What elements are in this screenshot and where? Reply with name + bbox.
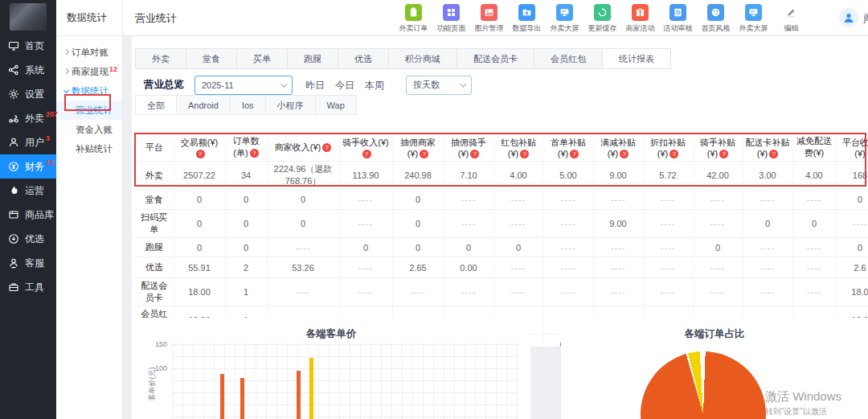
table-row: 扫码买单000----0------------9.00--------00--… bbox=[135, 210, 868, 238]
sidebar-item-support[interactable]: 客服 bbox=[0, 251, 56, 275]
value-cell: 0 bbox=[174, 238, 225, 257]
sidebar-item-tools[interactable]: 工具 bbox=[0, 275, 56, 299]
value-cell: 18.00 bbox=[174, 278, 225, 306]
sidebar-item-system[interactable]: 系统 bbox=[0, 58, 56, 82]
help-icon[interactable]: ? bbox=[769, 150, 778, 158]
value-cell: ---- bbox=[743, 238, 792, 257]
granularity-select[interactable]: 按天数 bbox=[406, 76, 472, 95]
submenu-item-merchant-withdrawal[interactable]: 商家提现12 bbox=[56, 62, 122, 81]
submenu-item-subsidy-statistics[interactable]: 补贴统计 bbox=[56, 139, 122, 158]
quick-action-feature-pages[interactable]: 功能页面 bbox=[432, 4, 470, 34]
stats-table-wrap: 平台交易额(¥)?订单数(单)?商家收入(¥)?骑手收入(¥)?抽佣商家(¥)?… bbox=[135, 133, 868, 347]
table-row: 堂食000----0------------------------------… bbox=[135, 190, 868, 210]
quick-action-data-export[interactable]: 数据导出 bbox=[508, 4, 546, 34]
tab-paotui[interactable]: 跑腿 bbox=[287, 48, 338, 69]
value-cell: ---- bbox=[743, 278, 792, 306]
table-row: 优选55.91253.26----2.650.00---------------… bbox=[135, 257, 868, 278]
value-cell: ---- bbox=[444, 210, 493, 238]
sidebar-item-products[interactable]: 商品库 bbox=[0, 203, 56, 227]
help-icon[interactable]: ? bbox=[362, 150, 371, 158]
sidebar-item-label: 工具 bbox=[25, 281, 44, 294]
quick-action-image-management[interactable]: 图片管理 bbox=[470, 4, 508, 34]
value-cell: ---- bbox=[792, 190, 836, 210]
range-link-today[interactable]: 今日 bbox=[335, 80, 354, 91]
quick-action-takeout-orders[interactable]: 外卖订单 bbox=[395, 4, 432, 34]
submenu-item-data-statistics[interactable]: 数据统计 bbox=[56, 81, 122, 101]
submenu-item-business-statistics[interactable]: 营业统计 bbox=[56, 101, 122, 120]
sidebar-item-users[interactable]: 用户3 bbox=[0, 130, 56, 154]
tab-waimai[interactable]: 外卖 bbox=[135, 48, 186, 69]
bar bbox=[309, 358, 313, 419]
app-logo[interactable] bbox=[0, 0, 56, 34]
column-header: 红包补贴(¥)? bbox=[493, 134, 543, 162]
range-link-yesterday[interactable]: 昨日 bbox=[305, 80, 325, 91]
platform-tab-android[interactable]: Android bbox=[176, 95, 231, 115]
quick-action-label: 活动审核 bbox=[664, 23, 693, 34]
submenu-item-label: 资金入账 bbox=[76, 125, 113, 134]
submenu-item-order-reconciliation[interactable]: 订单对账 bbox=[56, 43, 122, 62]
quick-action-activity-review[interactable]: 活动审核 bbox=[659, 4, 697, 34]
quick-action-merchant-activity[interactable]: 商家活动 bbox=[621, 4, 659, 34]
table-header-row: 平台交易额(¥)?订单数(单)?商家收入(¥)?骑手收入(¥)?抽佣商家(¥)?… bbox=[135, 134, 868, 162]
value-cell: ---- bbox=[543, 190, 593, 210]
quick-action-takeout-screen[interactable]: 外卖大屏 bbox=[546, 4, 583, 34]
sidebar-item-label: 用户 bbox=[25, 136, 44, 150]
chevron-down-icon bbox=[280, 80, 287, 87]
help-icon[interactable]: ? bbox=[669, 150, 678, 158]
support-icon bbox=[8, 257, 20, 269]
table-row: 跑腿00----0000------------0--------0 bbox=[135, 238, 868, 257]
help-icon[interactable]: ? bbox=[470, 150, 479, 158]
submenu-title: 数据统计 bbox=[56, 0, 122, 36]
platform-tab-wap[interactable]: Wap bbox=[315, 95, 357, 115]
help-icon[interactable]: ? bbox=[520, 150, 529, 158]
feature-pages-icon bbox=[443, 4, 460, 21]
tab-maidan[interactable]: 买单 bbox=[236, 48, 288, 69]
quick-action-refresh-cache[interactable]: 更新缓存 bbox=[583, 4, 621, 34]
value-cell: 0 bbox=[267, 190, 339, 210]
value-cell: 240.98 bbox=[392, 162, 444, 190]
submenu-item-label: 商家提现 bbox=[72, 67, 108, 76]
data-export-icon bbox=[518, 4, 535, 21]
sidebar-item-label: 商品库 bbox=[25, 208, 54, 222]
sidebar-item-home[interactable]: 首页 bbox=[0, 34, 56, 58]
month-select[interactable]: 2025-11 bbox=[194, 76, 293, 95]
primary-sidebar: 首页系统设置外卖207用户3财务12运营商品库优选客服工具 bbox=[0, 0, 56, 419]
sidebar-item-preferred[interactable]: 优选 bbox=[0, 227, 56, 251]
platform-cell: 跑腿 bbox=[135, 238, 174, 257]
help-icon[interactable]: ? bbox=[250, 149, 259, 158]
tab-youxuan[interactable]: 优选 bbox=[338, 48, 389, 69]
quick-action-edit[interactable]: 编辑 bbox=[772, 4, 810, 34]
quick-action-homepage-style[interactable]: 首页风格 bbox=[697, 4, 735, 34]
help-icon[interactable]: ? bbox=[322, 143, 331, 152]
sidebar-item-settings[interactable]: 设置 bbox=[0, 82, 56, 106]
submenu-item-funds-entry[interactable]: 资金入账 bbox=[56, 120, 122, 139]
value-cell: ---- bbox=[743, 190, 792, 210]
value-cell: 5.00 bbox=[543, 162, 593, 190]
user-menu[interactable]: jh bbox=[839, 8, 868, 27]
sidebar-item-operations[interactable]: 运营 bbox=[0, 179, 56, 203]
sidebar-item-takeout[interactable]: 外卖207 bbox=[0, 106, 56, 130]
value-cell: 2 bbox=[225, 257, 267, 278]
help-icon[interactable]: ? bbox=[570, 150, 579, 158]
platform-tab-ios[interactable]: Ios bbox=[230, 95, 266, 115]
sidebar-item-finance[interactable]: 财务12 bbox=[0, 154, 56, 179]
platform-tab-miniprogram[interactable]: 小程序 bbox=[265, 95, 316, 115]
takeout-orders-icon bbox=[405, 4, 422, 21]
help-icon[interactable]: ? bbox=[196, 150, 205, 158]
range-link-this-week[interactable]: 本周 bbox=[365, 80, 384, 91]
tab-member-redpacket[interactable]: 会员红包 bbox=[534, 48, 603, 69]
value-cell: 0 bbox=[174, 210, 225, 238]
tab-tangshi[interactable]: 堂食 bbox=[186, 48, 237, 69]
quick-action-takeout-screen-2[interactable]: 外卖大屏 bbox=[735, 4, 772, 34]
granularity-select-value: 按天数 bbox=[413, 79, 440, 91]
help-icon[interactable]: ? bbox=[620, 150, 628, 158]
y-axis-tick: 150 bbox=[151, 340, 167, 348]
value-cell: 0 bbox=[743, 210, 792, 238]
tab-points-mall[interactable]: 积分商城 bbox=[388, 48, 457, 69]
platform-tab-all[interactable]: 全部 bbox=[135, 95, 177, 115]
chevron-icon bbox=[63, 49, 69, 55]
tab-statistics-report[interactable]: 统计报表 bbox=[602, 48, 671, 69]
tab-delivery-member-card[interactable]: 配送会员卡 bbox=[457, 48, 534, 69]
help-icon[interactable]: ? bbox=[420, 150, 428, 158]
help-icon[interactable]: ? bbox=[719, 150, 728, 158]
